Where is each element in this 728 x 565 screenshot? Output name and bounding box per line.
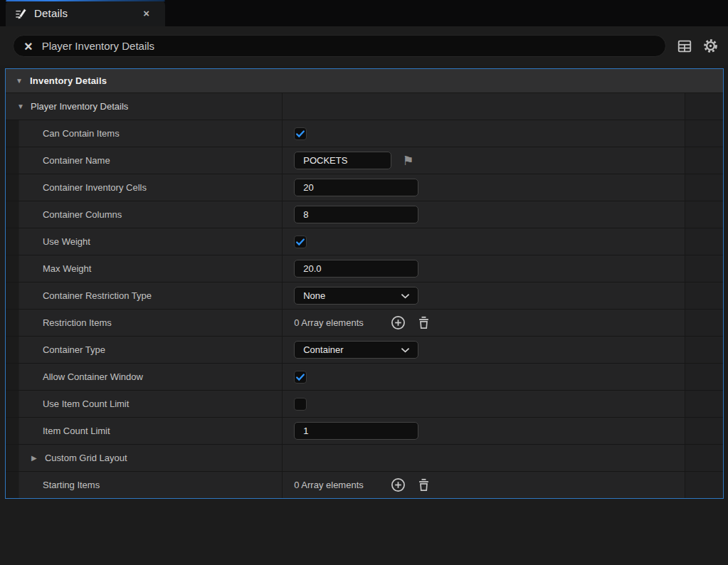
indent-strip xyxy=(6,472,19,498)
reset-column-cell xyxy=(685,120,723,147)
array-count-text: 0 Array elements xyxy=(294,317,364,328)
reset-column-cell xyxy=(685,310,723,336)
search-input[interactable] xyxy=(42,40,665,52)
property-value-cell xyxy=(283,120,685,147)
property-value-cell: Container xyxy=(283,337,685,363)
property-label: Container Restriction Type xyxy=(43,290,152,301)
check-icon xyxy=(295,372,305,382)
indent-strip xyxy=(6,201,19,228)
reset-column-cell xyxy=(685,201,723,228)
can-contain-items-checkbox[interactable] xyxy=(294,127,307,140)
row-starting-items: Starting Items 0 Array elements xyxy=(6,471,723,498)
add-array-element-button[interactable] xyxy=(391,315,406,330)
category-label: Inventory Details xyxy=(30,75,107,86)
reset-column-cell xyxy=(685,174,723,201)
indent-strip xyxy=(6,310,19,336)
property-name-cell[interactable]: Restriction Items xyxy=(19,310,282,336)
row-container-columns: Container Columns xyxy=(6,201,723,228)
indent-strip xyxy=(6,147,19,174)
property-value-cell: 0 Array elements xyxy=(283,472,685,498)
row-container-restriction-type: Container Restriction Type None xyxy=(6,282,723,309)
row-use-weight: Use Weight xyxy=(6,228,723,255)
clear-search-icon[interactable]: × xyxy=(24,39,33,53)
container-inventory-cells-input[interactable] xyxy=(294,179,418,196)
chevron-expanded-icon[interactable]: ▼ xyxy=(15,77,23,85)
property-name-cell[interactable]: Allow Container Window xyxy=(19,364,282,390)
property-name-cell[interactable]: Max Weight xyxy=(19,255,282,282)
property-name-cell[interactable]: Starting Items xyxy=(19,472,282,498)
container-columns-input[interactable] xyxy=(294,206,418,223)
property-name-cell[interactable]: Can Contain Items xyxy=(19,120,282,147)
add-array-element-button[interactable] xyxy=(391,477,406,492)
property-value-cell xyxy=(283,445,685,471)
property-label: Max Weight xyxy=(43,263,91,274)
chevron-expanded-icon[interactable]: ▼ xyxy=(16,102,25,110)
reset-column-cell xyxy=(685,337,723,363)
tab-details[interactable]: Details × xyxy=(6,0,165,26)
indent-strip xyxy=(6,174,19,201)
property-name-cell[interactable]: Use Weight xyxy=(19,228,282,255)
allow-container-window-checkbox[interactable] xyxy=(294,371,307,384)
property-label: Allow Container Window xyxy=(43,371,143,382)
row-use-item-count-limit: Use Item Count Limit xyxy=(6,390,723,417)
reset-column-cell xyxy=(685,255,723,282)
container-type-dropdown[interactable]: Container xyxy=(294,341,418,359)
property-label: Custom Grid Layout xyxy=(45,453,127,463)
property-name-cell[interactable]: Container Inventory Cells xyxy=(19,174,282,201)
array-count-text: 0 Array elements xyxy=(294,480,364,490)
property-label: Container Columns xyxy=(43,209,122,220)
check-icon xyxy=(295,237,305,247)
subcategory-name-cell: ▼ Player Inventory Details xyxy=(6,93,282,120)
property-label: Container Type xyxy=(43,344,105,355)
row-container-type: Container Type Container xyxy=(6,336,723,363)
chevron-down-icon xyxy=(401,293,410,299)
tab-active-highlight xyxy=(6,0,165,1)
property-value-cell xyxy=(283,391,685,417)
reset-column-cell xyxy=(685,391,723,417)
reset-column-cell xyxy=(685,93,723,120)
use-item-count-limit-checkbox[interactable] xyxy=(294,398,307,411)
property-name-cell[interactable]: Container Name xyxy=(19,147,282,174)
property-label: Item Count Limit xyxy=(43,426,110,436)
indent-strip xyxy=(6,418,19,444)
clear-array-trash-button[interactable] xyxy=(418,316,430,329)
reset-column-cell xyxy=(685,472,723,498)
indent-strip xyxy=(6,337,19,363)
use-weight-checkbox[interactable] xyxy=(294,236,307,248)
property-name-cell[interactable]: Container Restriction Type xyxy=(19,282,282,309)
search-box[interactable]: × xyxy=(13,35,666,57)
row-max-weight: Max Weight xyxy=(6,255,723,282)
property-label: Starting Items xyxy=(43,480,100,490)
chevron-collapsed-icon[interactable]: ▶ xyxy=(30,454,38,462)
dropdown-selected-value: Container xyxy=(303,344,343,355)
property-value-cell xyxy=(283,174,685,201)
item-count-limit-input[interactable] xyxy=(294,422,418,440)
indent-strip xyxy=(6,364,19,390)
container-name-input[interactable] xyxy=(294,152,391,169)
reset-column-cell xyxy=(685,147,723,174)
property-name-cell[interactable]: Use Item Count Limit xyxy=(19,391,282,417)
property-name-cell[interactable]: Item Count Limit xyxy=(19,418,282,444)
max-weight-input[interactable] xyxy=(294,260,418,278)
tab-close-icon[interactable]: × xyxy=(143,8,149,19)
clear-array-trash-button[interactable] xyxy=(418,478,430,492)
property-value-cell xyxy=(283,201,685,228)
indent-strip xyxy=(6,255,19,282)
reset-column-cell xyxy=(685,282,723,309)
property-label: Use Weight xyxy=(43,236,90,247)
property-matrix-icon[interactable] xyxy=(677,38,692,54)
container-restriction-type-dropdown[interactable]: None xyxy=(294,287,418,305)
settings-gear-icon[interactable] xyxy=(702,38,719,54)
indent-strip xyxy=(6,120,19,147)
property-name-cell[interactable]: Container Columns xyxy=(19,201,282,228)
row-player-inventory-details[interactable]: ▼ Player Inventory Details xyxy=(6,93,723,120)
property-value-cell xyxy=(283,364,685,390)
category-header-inventory-details[interactable]: ▼ Inventory Details xyxy=(6,69,723,93)
property-value-cell: ⚑ xyxy=(283,147,685,174)
tab-title: Details xyxy=(34,7,68,19)
property-name-cell[interactable]: Container Type xyxy=(19,337,282,363)
localization-flag-icon[interactable]: ⚑ xyxy=(402,154,413,167)
reset-column-cell xyxy=(685,418,723,444)
property-name-cell[interactable]: ▶ Custom Grid Layout xyxy=(19,445,282,471)
indent-strip xyxy=(6,282,19,309)
